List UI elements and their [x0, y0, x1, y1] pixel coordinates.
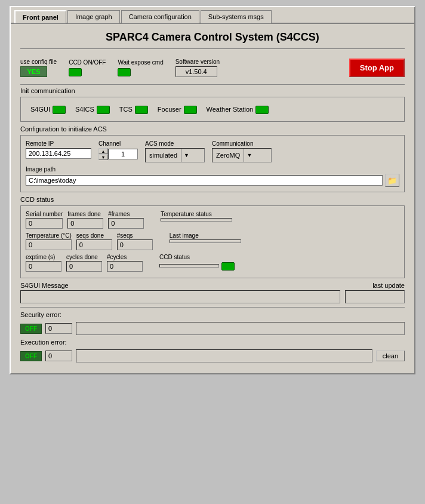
num-frames-field: #frames 0 [108, 211, 144, 229]
clean-button[interactable]: clean [376, 351, 405, 361]
image-path-label: Image path [26, 166, 399, 173]
s4gui-header: S4GUI Message last update [20, 282, 405, 289]
tab-subsystems-msgs[interactable]: Sub-systems msgs [201, 10, 272, 23]
stop-app-button[interactable]: Stop App [349, 59, 405, 77]
channel-spinner-down[interactable]: ▼ [98, 154, 108, 160]
execution-error-message [76, 349, 372, 362]
num-cycles-value: 0 [107, 261, 143, 272]
cycles-done-value: 0 [66, 261, 102, 272]
cycles-done-field: cycles done 0 [66, 254, 102, 272]
ccd-row-3: exptime (s) 0 cycles done 0 #cycles 0 CC… [26, 254, 399, 272]
channel-group: Channel ▲ ▼ [98, 140, 138, 160]
acs-config-box: Remote IP Channel ▲ ▼ ACS mode [20, 135, 405, 192]
comm-item-s4gui: S4GUI [30, 105, 66, 114]
num-frames-value: 0 [108, 218, 144, 229]
temperature-status-value [161, 218, 232, 222]
wait-expose-label: Wait expose cmd [118, 59, 163, 66]
security-error-count: 0 [45, 323, 72, 334]
num-cycles-field: #cycles 0 [107, 254, 143, 272]
main-window: Front panel Image graph Camera configura… [10, 6, 415, 374]
comm-focuser-led [184, 106, 197, 114]
ccd-row-1: Serial number 0 frames done 0 #frames 0 … [26, 211, 399, 229]
s4gui-message-label: S4GUI Message [20, 282, 69, 289]
image-path-input[interactable] [26, 175, 383, 186]
image-path-group: Image path 📁 [26, 166, 399, 187]
security-error-off-button[interactable]: OFF [20, 324, 42, 334]
comm-tcs-label: TCS [119, 106, 133, 113]
ccd-onoff-led[interactable] [69, 68, 82, 76]
exptime-value: 0 [26, 261, 61, 272]
channel-input[interactable] [108, 149, 138, 159]
channel-label: Channel [98, 140, 138, 147]
ccd-row-2: Temperature (°C) 0 seqs done 0 #seqs 0 L… [26, 232, 399, 250]
temperature-field: Temperature (°C) 0 [26, 232, 72, 250]
folder-button[interactable]: 📁 [385, 174, 399, 187]
frames-done-label: frames done [67, 211, 103, 217]
use-config-file-label: use confiq file [20, 59, 57, 65]
communication-arrow-icon[interactable]: ▼ [244, 149, 254, 162]
seqs-done-label: seqs done [76, 232, 112, 239]
comm-s4gui-led [53, 106, 66, 114]
num-frames-label: #frames [108, 211, 144, 217]
frames-done-field: frames done 0 [67, 211, 103, 229]
channel-spinner-btns: ▲ ▼ [98, 148, 108, 160]
comm-item-tcs: TCS [119, 105, 148, 114]
acs-mode-arrow-icon[interactable]: ▼ [181, 149, 192, 162]
tab-image-graph[interactable]: Image graph [67, 10, 120, 23]
last-image-field: Last image [170, 232, 241, 250]
last-image-label: Last image [170, 232, 241, 239]
init-comm-row: S4GUI S4ICS TCS Focuser Weather Station [26, 102, 399, 116]
remote-ip-label: Remote IP [26, 140, 91, 147]
last-image-value [170, 239, 241, 243]
comm-s4gui-label: S4GUI [30, 106, 50, 113]
temperature-status-label: Temperature status [161, 211, 232, 217]
remote-ip-input[interactable] [26, 148, 91, 159]
comm-s4ics-label: S4ICS [75, 106, 94, 113]
software-version-group: Software version v1.50.4 [175, 59, 220, 77]
temperature-value: 0 [26, 239, 72, 250]
temperature-status-field: Temperature status [161, 211, 232, 229]
comm-s4ics-led [97, 106, 110, 114]
seqs-done-field: seqs done 0 [76, 232, 112, 250]
app-title: SPARC4 Camera Control System (S4CCS) [20, 31, 405, 49]
tab-front-panel[interactable]: Front panel [14, 10, 66, 23]
communication-value: ZeroMQ [213, 150, 244, 160]
ccd-status-led [221, 262, 235, 271]
acs-config-label: Configuration to initialize ACS [20, 125, 405, 133]
s4gui-message-box [20, 290, 340, 303]
acs-mode-value: simulated [146, 150, 181, 160]
tab-bar: Front panel Image graph Camera configura… [11, 7, 414, 24]
channel-spinner-up[interactable]: ▲ [98, 148, 108, 154]
num-cycles-label: #cycles [107, 254, 143, 260]
last-update-label: last update [372, 282, 405, 289]
remote-ip-group: Remote IP [26, 140, 91, 159]
execution-error-off-button[interactable]: OFF [20, 351, 42, 361]
comm-tcs-led [135, 106, 148, 114]
init-comm-box: S4GUI S4ICS TCS Focuser Weather Station [20, 97, 405, 122]
comm-item-s4ics: S4ICS [75, 105, 110, 114]
execution-error-controls: OFF 0 clean [20, 349, 405, 362]
acs-mode-dropdown[interactable]: simulated ▼ [145, 148, 205, 162]
ccd-status-value [159, 264, 219, 268]
communication-dropdown[interactable]: ZeroMQ ▼ [212, 148, 272, 162]
image-path-row: 📁 [26, 174, 399, 187]
comm-weather-led [255, 106, 269, 114]
num-seqs-value: 0 [117, 239, 153, 250]
ccd-status-field-label: CCD status [159, 254, 235, 260]
ccd-status-box: Serial number 0 frames done 0 #frames 0 … [20, 205, 405, 278]
ccd-status-value-row [159, 261, 235, 271]
use-config-file-button[interactable]: YES [20, 66, 47, 77]
comm-focuser-label: Focuser [158, 106, 181, 113]
execution-error-row: Execution error: [20, 339, 405, 346]
frames-done-value: 0 [67, 218, 103, 229]
serial-number-label: Serial number [26, 211, 63, 217]
exptime-label: exptime (s) [26, 254, 61, 260]
use-config-file-group: use confiq file YES [20, 59, 57, 77]
communication-label: Communication [212, 140, 272, 147]
execution-error-label: Execution error: [20, 339, 67, 346]
main-content: SPARC4 Camera Control System (S4CCS) use… [11, 24, 414, 373]
wait-expose-led[interactable] [118, 68, 131, 76]
temperature-label: Temperature (°C) [26, 232, 72, 239]
comm-item-weather: Weather Station [207, 105, 269, 114]
tab-camera-config[interactable]: Camera configuration [121, 10, 199, 23]
